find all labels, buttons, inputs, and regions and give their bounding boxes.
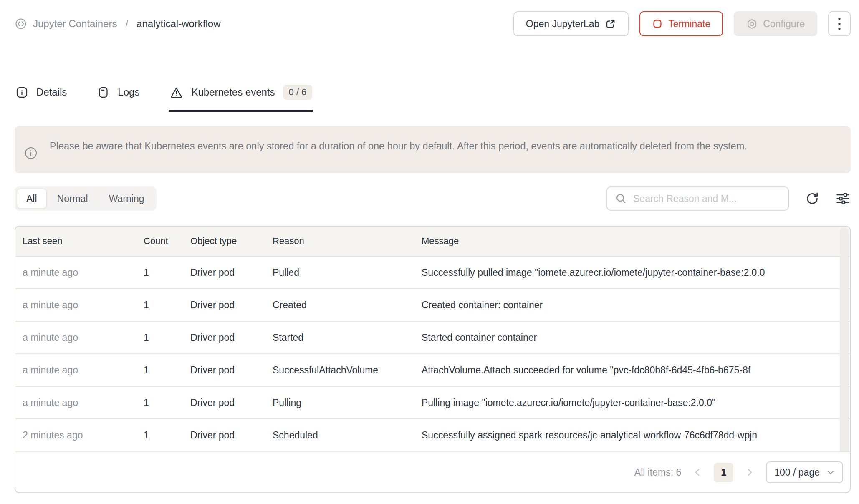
page-number-button[interactable]: 1 bbox=[714, 463, 733, 482]
configure-label: Configure bbox=[763, 18, 805, 30]
warning-triangle-icon bbox=[169, 86, 183, 99]
column-header-count: Count bbox=[136, 227, 183, 256]
cell-last-seen: a minute ago bbox=[15, 386, 136, 419]
cell-object-type: Driver pod bbox=[183, 289, 265, 321]
filter-warning[interactable]: Warning bbox=[99, 189, 155, 209]
next-page-icon[interactable] bbox=[745, 468, 754, 477]
breadcrumb: Jupyter Containers / analytical-workflow bbox=[15, 18, 221, 30]
tab-details-label: Details bbox=[36, 86, 67, 98]
chevron-down-icon bbox=[826, 468, 835, 476]
event-row: 2 minutes ago 1 Driver pod Scheduled Suc… bbox=[15, 419, 850, 451]
cell-message: Created container: container bbox=[414, 289, 850, 321]
refresh-icon[interactable] bbox=[805, 191, 820, 206]
events-table: Last seen Count Object type Reason Messa… bbox=[15, 227, 850, 451]
page-size-select[interactable]: 100 / page bbox=[766, 461, 843, 483]
stop-icon bbox=[652, 18, 663, 29]
search-container bbox=[606, 186, 789, 211]
cell-message: Successfully pulled image "iomete.azurec… bbox=[414, 256, 850, 289]
cell-last-seen: a minute ago bbox=[15, 289, 136, 321]
cell-message: AttachVolume.Attach succeeded for volume… bbox=[414, 354, 850, 386]
configure-button[interactable]: Configure bbox=[734, 11, 817, 36]
cell-reason: Pulled bbox=[265, 256, 414, 289]
cell-last-seen: a minute ago bbox=[15, 256, 136, 289]
tab-details[interactable]: Details bbox=[15, 79, 68, 112]
filter-all[interactable]: All bbox=[17, 189, 47, 209]
retention-info-banner: Please be aware that Kubernetes events a… bbox=[15, 126, 851, 173]
terminate-label: Terminate bbox=[668, 18, 710, 30]
jupyter-containers-icon bbox=[15, 18, 27, 30]
breadcrumb-root-link[interactable]: Jupyter Containers bbox=[33, 18, 117, 30]
event-row: a minute ago 1 Driver pod Pulled Success… bbox=[15, 256, 850, 289]
gear-icon bbox=[746, 18, 758, 30]
event-type-segmented-control: All Normal Warning bbox=[15, 186, 157, 211]
cell-object-type: Driver pod bbox=[183, 321, 265, 354]
tab-logs[interactable]: Logs bbox=[96, 79, 140, 112]
search-icon bbox=[615, 192, 627, 205]
more-actions-button[interactable] bbox=[828, 11, 851, 36]
breadcrumb-separator: / bbox=[125, 18, 128, 30]
page-size-value: 100 / page bbox=[774, 467, 820, 478]
jupyter-container-detail-page: Jupyter Containers / analytical-workflow… bbox=[0, 0, 859, 504]
cell-last-seen: a minute ago bbox=[15, 354, 136, 386]
event-row: a minute ago 1 Driver pod Created Create… bbox=[15, 289, 850, 321]
column-settings-icon[interactable] bbox=[836, 191, 851, 206]
table-header-row: Last seen Count Object type Reason Messa… bbox=[15, 227, 850, 256]
filter-toolbar: All Normal Warning bbox=[15, 186, 851, 211]
tab-kubernetes-events[interactable]: Kubernetes events 0 / 6 bbox=[169, 79, 313, 112]
column-header-message: Message bbox=[414, 227, 850, 256]
search-input[interactable] bbox=[633, 193, 781, 204]
top-bar: Jupyter Containers / analytical-workflow… bbox=[15, 0, 851, 36]
tab-bar: Details Logs bbox=[15, 79, 851, 112]
event-row: a minute ago 1 Driver pod Started Starte… bbox=[15, 321, 850, 354]
column-header-reason: Reason bbox=[265, 227, 414, 256]
breadcrumb-current: analytical-workflow bbox=[136, 18, 220, 30]
cell-object-type: Driver pod bbox=[183, 256, 265, 289]
event-row: a minute ago 1 Driver pod SuccessfulAtta… bbox=[15, 354, 850, 386]
column-header-object-type: Object type bbox=[183, 227, 265, 256]
logs-icon bbox=[97, 86, 110, 99]
cell-count: 1 bbox=[136, 354, 183, 386]
cell-last-seen: 2 minutes ago bbox=[15, 419, 136, 451]
table-body: a minute ago 1 Driver pod Pulled Success… bbox=[15, 256, 850, 451]
column-header-last-seen: Last seen bbox=[15, 227, 136, 256]
filter-normal[interactable]: Normal bbox=[47, 189, 99, 209]
cell-object-type: Driver pod bbox=[183, 419, 265, 451]
cell-reason: Created bbox=[265, 289, 414, 321]
total-items-label: All items: 6 bbox=[634, 467, 681, 478]
events-table-card: Last seen Count Object type Reason Messa… bbox=[15, 226, 851, 493]
retention-info-text: Please be aware that Kubernetes events a… bbox=[50, 137, 747, 155]
header-actions: Open JupyterLab Terminate bbox=[513, 11, 851, 36]
previous-page-icon[interactable] bbox=[693, 468, 702, 477]
events-count-badge: 0 / 6 bbox=[283, 85, 313, 100]
info-square-icon bbox=[15, 86, 28, 99]
cell-count: 1 bbox=[136, 289, 183, 321]
tab-logs-label: Logs bbox=[118, 86, 139, 98]
cell-reason: SuccessfulAttachVolume bbox=[265, 354, 414, 386]
pagination-bar: All items: 6 1 100 / page bbox=[15, 451, 850, 492]
kebab-menu-icon bbox=[838, 17, 841, 31]
cell-reason: Scheduled bbox=[265, 419, 414, 451]
tab-kubernetes-events-label: Kubernetes events bbox=[191, 86, 275, 98]
cell-reason: Pulling bbox=[265, 386, 414, 419]
external-link-icon bbox=[605, 18, 616, 30]
terminate-button[interactable]: Terminate bbox=[639, 11, 723, 36]
info-circle-icon bbox=[24, 146, 38, 160]
cell-message: Pulling image "iomete.azurecr.io/iomete/… bbox=[414, 386, 850, 419]
event-row: a minute ago 1 Driver pod Pulling Pullin… bbox=[15, 386, 850, 419]
cell-object-type: Driver pod bbox=[183, 354, 265, 386]
open-jupyterlab-label: Open JupyterLab bbox=[526, 18, 599, 30]
cell-message: Successfully assigned spark-resources/jc… bbox=[414, 419, 850, 451]
cell-last-seen: a minute ago bbox=[15, 321, 136, 354]
cell-count: 1 bbox=[136, 321, 183, 354]
cell-object-type: Driver pod bbox=[183, 386, 265, 419]
cell-count: 1 bbox=[136, 256, 183, 289]
cell-count: 1 bbox=[136, 419, 183, 451]
cell-reason: Started bbox=[265, 321, 414, 354]
cell-message: Started container container bbox=[414, 321, 850, 354]
cell-count: 1 bbox=[136, 386, 183, 419]
open-jupyterlab-button[interactable]: Open JupyterLab bbox=[513, 11, 629, 36]
